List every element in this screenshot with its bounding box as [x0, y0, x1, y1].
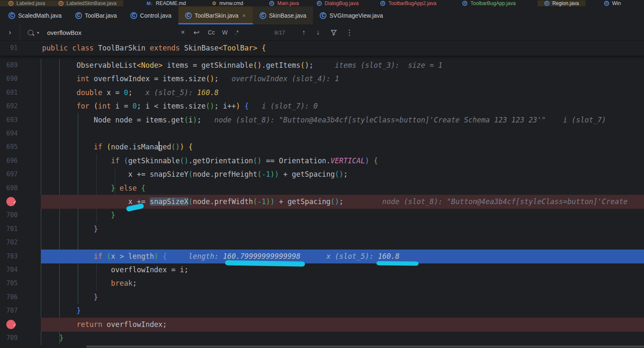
- next-occurrence-button[interactable]: ↓: [316, 24, 320, 40]
- code-token: 160.79999999999998: [223, 252, 300, 260]
- line-number[interactable]: 707: [0, 304, 18, 317]
- tab-toolbarskin-java[interactable]: CToolBarSkin.java×: [178, 6, 253, 24]
- horizontal-scrollbar[interactable]: [86, 345, 644, 348]
- line-number[interactable]: 704: [0, 263, 18, 276]
- line-number[interactable]: 692: [0, 99, 18, 113]
- tab-toolbarbugapp2-java[interactable]: CToolbarBugApp2.java: [374, 0, 443, 6]
- code-token: -1: [262, 170, 270, 178]
- tab-toolbarbugapp-java[interactable]: CToolbarBugApp.java: [456, 0, 522, 6]
- indent: [42, 225, 94, 233]
- code-token: [158, 252, 162, 260]
- code-text: break;: [42, 276, 137, 290]
- line-number[interactable]: 694: [0, 127, 18, 140]
- tab-control-java[interactable]: CControl.java: [124, 6, 178, 24]
- tab-skinbase-java[interactable]: CSkinBase.java: [253, 6, 313, 24]
- code-token: (): [206, 74, 214, 83]
- tab-toolbar-java[interactable]: CToolBar.java: [69, 6, 124, 24]
- line-number[interactable]: 702: [0, 236, 18, 249]
- code-line: 705 break;: [0, 276, 644, 290]
- code-token: node.isManaged: [111, 143, 171, 151]
- line-number[interactable]: 700: [0, 208, 18, 222]
- code-text: for (int i = 0; i < items.size(); i++) {…: [42, 99, 318, 113]
- code-token: int: [98, 102, 111, 110]
- line-number: 91: [0, 40, 18, 56]
- code-token: break: [111, 279, 133, 287]
- tab-readme-md[interactable]: M↓README.md: [140, 0, 193, 6]
- line-number[interactable]: 701: [0, 222, 18, 236]
- code-line: 696 if (getSkinnable().getOrientation() …: [0, 154, 644, 168]
- tab-labeledskinbase-java[interactable]: CLabeledSkinBase.java: [52, 0, 123, 6]
- class-icon: C: [185, 12, 192, 19]
- line-number[interactable]: 693: [0, 113, 18, 127]
- indent: [42, 197, 128, 206]
- tab-label: ToolBarSkin.java: [195, 12, 239, 19]
- code-token: i =: [111, 102, 133, 110]
- line-number[interactable]: 698: [0, 181, 18, 195]
- tab-mvnw-cmd[interactable]: ⚙mvnw.cmd: [205, 0, 250, 6]
- breakpoint-verified-check-icon: ✓: [13, 195, 16, 209]
- tab-dialogbug-java[interactable]: CDialogBug.java: [310, 0, 366, 6]
- tab-win[interactable]: CWin: [597, 0, 628, 6]
- indent: [42, 102, 77, 110]
- line-number[interactable]: 689: [0, 58, 18, 72]
- code-token: (): [206, 102, 214, 110]
- whole-words-toggle[interactable]: W: [222, 24, 228, 40]
- code-token: .getOrientation: [188, 157, 253, 165]
- code-token: ): [275, 170, 279, 178]
- match-case-toggle[interactable]: Cc: [208, 24, 215, 40]
- line-number[interactable]: 703: [0, 250, 18, 263]
- line-number[interactable]: 695: [0, 140, 18, 154]
- line-number[interactable]: 705: [0, 276, 18, 290]
- code-token: if: [94, 143, 102, 151]
- line-number[interactable]: 691: [0, 86, 18, 99]
- code-token: .getItems: [262, 61, 300, 69]
- close-tab-icon[interactable]: ×: [242, 12, 246, 19]
- breakpoint-icon[interactable]: ✓: [6, 197, 16, 206]
- code-token: <ToolBar>: [219, 44, 257, 52]
- code-token: {: [257, 44, 266, 52]
- line-number[interactable]: 690: [0, 72, 18, 85]
- code-token: {: [163, 252, 167, 260]
- code-token: [240, 102, 244, 110]
- clear-search-icon[interactable]: ×: [181, 24, 185, 40]
- code-token: (: [124, 157, 128, 165]
- code-token: snapSizeX: [150, 197, 188, 206]
- code-token: x =: [102, 88, 124, 97]
- tab-scaledmath-java[interactable]: CScaledMath.java: [0, 6, 69, 24]
- previous-occurrence-button[interactable]: ↑: [302, 24, 305, 40]
- search-input[interactable]: overflowBox: [47, 24, 82, 40]
- code-token: x (slot_5):: [300, 252, 378, 260]
- code-token: (): [253, 61, 262, 69]
- code-text: }: [42, 290, 98, 304]
- line-number[interactable]: 696: [0, 154, 18, 167]
- indent: [42, 184, 111, 192]
- text-caret: [159, 141, 159, 151]
- indent: [42, 143, 94, 151]
- tab-label: ToolbarBugApp.java: [470, 0, 515, 6]
- breakpoint-icon[interactable]: ✓: [6, 320, 16, 329]
- indent: [42, 157, 111, 165]
- code-token: }: [111, 211, 115, 219]
- code-text: ObservableList<Node> items = getSkinnabl…: [42, 58, 443, 72]
- regex-toggle[interactable]: .*: [235, 24, 239, 40]
- tab-svgimageview-java[interactable]: CSVGImageView.java: [313, 6, 390, 24]
- more-options-kebab-icon[interactable]: ⋮: [346, 24, 353, 40]
- newline-icon[interactable]: ↩: [193, 24, 199, 40]
- line-number[interactable]: 706: [0, 290, 18, 304]
- tab-region-java[interactable]: CRegion.java: [538, 0, 586, 6]
- line-number[interactable]: 697: [0, 167, 18, 181]
- code-token: + getSpacing: [275, 197, 331, 206]
- find-expand-button[interactable]: ›: [0, 24, 20, 40]
- class-icon: C: [269, 1, 274, 6]
- search-history-chevron-icon[interactable]: ▾: [37, 24, 39, 40]
- code-text: }: [42, 331, 64, 345]
- tab-labeled-java[interactable]: CLabeled.java: [0, 0, 52, 6]
- search-icon[interactable]: [28, 24, 33, 40]
- indent: [42, 279, 111, 287]
- code-token: 0: [124, 88, 128, 97]
- markdown-icon: M↓: [147, 1, 153, 6]
- code-token: i (slot_7): 0: [249, 102, 318, 110]
- filter-icon[interactable]: [331, 24, 337, 40]
- tab-main-java[interactable]: CMain.java: [262, 0, 305, 6]
- line-number[interactable]: 709: [0, 331, 18, 345]
